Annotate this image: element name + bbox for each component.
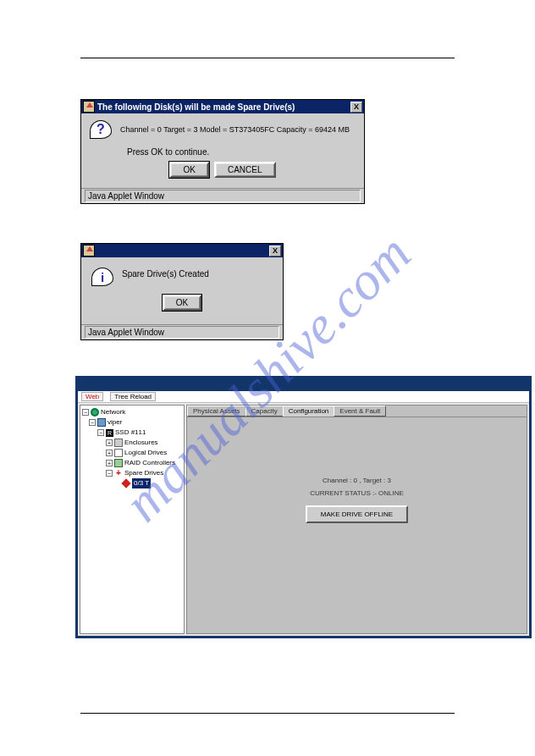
content-panel: Physical Assets Capacity Configuration E… [186, 405, 527, 634]
collapse-icon[interactable]: − [82, 409, 89, 416]
dialog-titlebar: The following Disk(s) will be made Spare… [81, 100, 364, 113]
tree-label: viper [108, 417, 122, 428]
tree-node-spare-drives[interactable]: − + Spare Drives [82, 468, 182, 478]
tab-capacity[interactable]: Capacity [245, 406, 284, 417]
channel-target-label: Channel : 0 , Target : 3 [323, 477, 391, 484]
expand-icon[interactable]: + [106, 439, 113, 446]
dialog-titlebar: X [81, 244, 283, 257]
controller-icon [114, 459, 123, 467]
navigation-tree[interactable]: − Network − viper − R SSD #111 + [80, 405, 185, 634]
dialog-statusbar: Java Applet Window [81, 188, 364, 203]
collapse-icon[interactable]: − [106, 470, 113, 477]
question-icon: ? [90, 120, 112, 139]
raid-icon: R [106, 429, 113, 437]
collapse-icon[interactable]: − [89, 419, 96, 426]
tree-label: Spare Drives [124, 468, 163, 478]
cancel-button[interactable]: CANCEL [214, 162, 276, 178]
tree-label-selected: 0/3 T [132, 478, 151, 488]
dialog-title: The following Disk(s) will be made Spare… [97, 102, 350, 112]
make-drive-offline-button[interactable]: MAKE DRIVE OFFLINE [306, 505, 408, 523]
drive-icon [114, 449, 123, 457]
tab-configuration[interactable]: Configuration [283, 406, 335, 417]
tree-node-network[interactable]: − Network [82, 407, 182, 417]
java-cup-icon [83, 245, 95, 257]
dialog-message: Spare Drive(s) Created [122, 268, 209, 279]
collapse-icon[interactable]: − [97, 429, 104, 436]
tree-node-enclosures[interactable]: + Enclosures [82, 438, 182, 448]
tree-node-target[interactable]: 0/3 T [82, 478, 182, 488]
spare-icon: + [114, 468, 123, 478]
info-icon: i [91, 268, 113, 286]
ok-button[interactable]: OK [169, 162, 208, 178]
current-status-label: CURRENT STATUS :- ONLINE [310, 489, 404, 497]
spare-drive-confirm-dialog: The following Disk(s) will be made Spare… [80, 99, 365, 204]
dialog-message: Channel = 0 Target = 3 Model = ST373405F… [120, 120, 350, 135]
statusbar-text: Java Applet Window [85, 190, 361, 202]
tree-label: Enclosures [124, 438, 158, 448]
tab-bar: Physical Assets Capacity Configuration E… [187, 406, 527, 417]
management-app-window: Web Tree Reload − Network − viper − R SS [75, 376, 532, 638]
enclosure-icon [114, 439, 123, 447]
tree-node-raid-controllers[interactable]: + RAID Controllers [82, 458, 182, 468]
tab-event-fault[interactable]: Event & Fault [334, 406, 386, 417]
java-cup-icon [83, 101, 95, 113]
close-button[interactable]: X [269, 246, 281, 257]
host-icon [97, 418, 106, 427]
tree-node-ssd[interactable]: − R SSD #111 [82, 428, 182, 438]
spare-drive-created-dialog: X i Spare Drive(s) Created OK Java Apple… [80, 243, 284, 340]
tree-label: RAID Controllers [124, 458, 175, 468]
tree-label: SSD #111 [115, 428, 146, 438]
tree-node-logical-drives[interactable]: + Logical Drives [82, 448, 182, 458]
dialog-statusbar: Java Applet Window [81, 324, 283, 339]
web-button[interactable]: Web [81, 392, 103, 401]
tree-node-host[interactable]: − viper [82, 417, 182, 428]
dialog-instruction: Press OK to continue. [127, 147, 356, 157]
ok-button[interactable]: OK [163, 295, 201, 311]
network-icon [91, 408, 99, 417]
tab-physical-assets[interactable]: Physical Assets [187, 406, 246, 417]
expand-icon[interactable]: + [106, 450, 113, 456]
target-icon [121, 478, 130, 488]
bottom-rule [80, 713, 455, 714]
tree-label: Network [101, 407, 125, 417]
tree-label: Logical Drives [124, 448, 167, 458]
statusbar-text: Java Applet Window [85, 326, 279, 339]
close-button[interactable]: X [350, 102, 362, 113]
app-toolbar: Web Tree Reload [78, 391, 529, 403]
tree-reload-button[interactable]: Tree Reload [110, 392, 156, 401]
top-rule [80, 58, 455, 58]
expand-icon[interactable]: + [106, 460, 113, 466]
